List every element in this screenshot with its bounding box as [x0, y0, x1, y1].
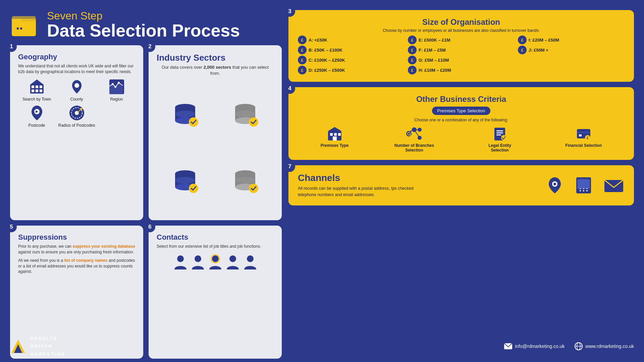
region-label: Region — [110, 97, 123, 102]
svg-rect-8 — [32, 85, 34, 88]
size-icon-f: £ — [408, 46, 417, 54]
legal-label: Legal Entity Selection — [480, 143, 520, 153]
contacts-people-icons — [157, 254, 274, 271]
svg-point-83 — [583, 188, 584, 189]
svg-point-44 — [235, 177, 255, 184]
financial-label: Financial Selection — [566, 143, 602, 148]
svg-point-80 — [583, 190, 584, 191]
criteria-card: 4 Other Business Criteria Premises Type … — [288, 87, 634, 160]
svg-point-39 — [175, 177, 195, 184]
channels-title: Channels — [298, 173, 425, 183]
svg-point-34 — [235, 111, 255, 117]
svg-rect-10 — [40, 85, 42, 88]
size-icon-a: £ — [298, 36, 307, 44]
database-icons — [157, 83, 274, 213]
svg-point-84 — [586, 188, 588, 189]
size-item-a: £ A: <£50K — [298, 36, 405, 44]
size-item-f: £ F: £1M – £5M — [408, 46, 515, 54]
svg-rect-70 — [577, 132, 590, 133]
premises-icon — [327, 126, 343, 142]
geo-item-region: Region — [98, 78, 135, 102]
town-label: Search by Town — [22, 97, 51, 102]
criteria-premises: Premises Type — [321, 126, 349, 148]
criteria-legal: Legal Entity Selection — [480, 126, 520, 153]
size-label-e: E: £500K – £1M — [419, 38, 450, 43]
svg-rect-13 — [40, 89, 42, 92]
footer-email-text: info@rdmarketing.co.uk — [515, 344, 565, 349]
svg-rect-77 — [578, 179, 590, 189]
phone-icon — [574, 176, 593, 195]
svg-point-30 — [189, 117, 198, 127]
criteria-branches: Number of Branches Selection — [394, 126, 434, 153]
svg-rect-67 — [496, 134, 501, 135]
person-icon-3-highlighted — [208, 254, 223, 271]
county-label: County — [70, 97, 83, 102]
industry-desc: Our data covers over 2,000 sectors that … — [157, 64, 274, 76]
channels-icons — [545, 176, 625, 195]
geo-item-radius: Radius of Postcodes — [58, 104, 95, 128]
footer-email: info@rdmarketing.co.uk — [504, 343, 565, 349]
size-label-f: F: £1M – £5M — [419, 48, 446, 53]
criteria-desc: Choose one or a combination of any of th… — [298, 118, 625, 122]
size-icon-h: £ — [408, 66, 417, 74]
criteria-center: Other Business Criteria Premises Type Se… — [298, 95, 625, 122]
step-3-badge: 3 — [284, 6, 295, 17]
svg-point-51 — [247, 255, 254, 262]
size-item-b: £ B: £50K – £100K — [298, 46, 405, 54]
svg-rect-55 — [334, 133, 337, 136]
radius-label: Radius of Postcodes — [58, 123, 95, 128]
step-2-badge: 2 — [145, 41, 155, 52]
step-1-badge: 1 — [6, 41, 17, 52]
svg-point-45 — [249, 184, 258, 193]
header-text: Seven Step Data Selection Process — [47, 10, 240, 39]
financial-icon: £ — [576, 126, 592, 142]
person-icon-4 — [225, 254, 240, 271]
svg-rect-3 — [12, 19, 22, 21]
svg-marker-14 — [31, 79, 43, 84]
footer-logo-text: RESULTS DRIVEN MARKETING — [30, 335, 66, 358]
svg-rect-11 — [32, 89, 34, 92]
person-icon-2 — [191, 254, 205, 271]
suppressions-title: Suppressions — [18, 233, 135, 242]
geo-item-town: Search by Town — [18, 78, 55, 102]
channels-desc: All records can be supplied with a posta… — [298, 185, 425, 198]
svg-marker-53 — [328, 127, 341, 131]
criteria-title: Other Business Criteria — [298, 95, 625, 104]
svg-rect-4 — [12, 21, 36, 36]
size-item-d: £ D: £250K – £500K — [298, 66, 405, 74]
contacts-title: Contacts — [157, 233, 274, 242]
legal-icon — [492, 126, 508, 142]
size-icon-j: £ — [518, 46, 527, 54]
footer-website: www.rdmarketing.co.uk — [575, 342, 634, 350]
size-label-h: H: £10M – £20M — [419, 68, 451, 73]
branches-icon — [405, 126, 424, 142]
criteria-financial: £ Financial Selection — [566, 126, 602, 148]
footer-logo: RESULTS DRIVEN MARKETING — [10, 335, 66, 358]
svg-rect-6 — [20, 27, 22, 29]
criteria-badge: Premises Type Selection — [432, 107, 491, 115]
geo-item-postcode: Postcode — [18, 104, 55, 128]
footer: RESULTS DRIVEN MARKETING info@rdmarketin… — [10, 335, 634, 358]
svg-point-82 — [580, 188, 581, 189]
svg-text:£: £ — [587, 136, 589, 140]
size-item-j: £ J: £50M + — [518, 46, 625, 54]
right-column: 3 Size of Organisation Choose by number … — [288, 10, 634, 359]
svg-point-40 — [189, 184, 198, 193]
company-names-highlight: list of company names — [64, 258, 107, 263]
svg-point-15 — [74, 83, 79, 88]
channels-card: 7 Channels All records can be supplied w… — [288, 165, 634, 205]
size-card: 3 Size of Organisation Choose by number … — [288, 10, 634, 82]
header: Seven Step Data Selection Process — [10, 10, 282, 39]
size-title: Size of Organisation — [298, 17, 625, 27]
geography-desc: We understand that not all clients work … — [18, 63, 135, 75]
cards-row: 1 Geography We understand that not all c… — [10, 45, 282, 359]
size-item-i: £ I: £20M – £50M — [518, 36, 625, 44]
svg-rect-71 — [579, 134, 582, 136]
rdm-logo-icon — [10, 338, 26, 354]
person-icon-5 — [243, 254, 258, 271]
criteria-items: Premises Type Number of — [298, 126, 625, 153]
svg-rect-66 — [496, 132, 503, 133]
industry-title: Industry Sectors — [157, 53, 274, 63]
email-footer-icon — [504, 343, 512, 349]
svg-rect-12 — [36, 89, 38, 92]
